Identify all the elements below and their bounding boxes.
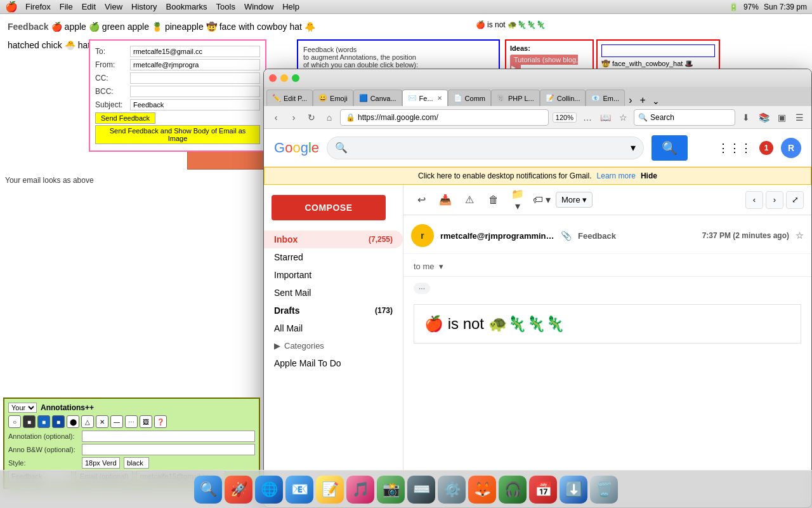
- apps-grid-button[interactable]: ⋮⋮⋮: [717, 141, 752, 155]
- bookmark-button[interactable]: ☆: [616, 110, 630, 124]
- gmail-search-bar[interactable]: 🔍 ▾: [327, 137, 644, 159]
- dock-calendar[interactable]: 📅: [529, 476, 557, 504]
- forward-button[interactable]: ›: [287, 110, 301, 124]
- tabs-more-button[interactable]: ›: [625, 95, 636, 106]
- dock-launchpad[interactable]: 🚀: [225, 476, 252, 504]
- dock-system-prefs[interactable]: ⚙️: [438, 476, 466, 504]
- sidebar-item-all-mail[interactable]: All Mail: [264, 319, 403, 337]
- from-input[interactable]: [130, 59, 260, 70]
- tab-gmail[interactable]: ✉️ Fe... ✕: [402, 90, 448, 106]
- dock-finder[interactable]: 🔍: [194, 476, 222, 504]
- reader-button[interactable]: 📖: [598, 110, 612, 124]
- dock-mail[interactable]: 📧: [285, 476, 313, 504]
- dock-photos[interactable]: 📸: [377, 476, 405, 504]
- menu-view[interactable]: View: [105, 2, 122, 11]
- gmail-search-button[interactable]: 🔍: [652, 135, 688, 161]
- your-dropdown[interactable]: Your: [8, 403, 37, 413]
- address-bar[interactable]: 🔒 https://mail.google.com/: [340, 109, 549, 126]
- dock-downloads[interactable]: ⬇️: [560, 476, 587, 504]
- delete-button[interactable]: 🗑: [483, 190, 504, 210]
- notif-hide-btn[interactable]: Hide: [641, 171, 657, 180]
- tab-php[interactable]: 🐘 PHP L...: [491, 90, 540, 106]
- archive-button[interactable]: 📥: [435, 190, 455, 210]
- back-button[interactable]: ‹: [269, 110, 283, 124]
- dock-trash[interactable]: 🗑️: [590, 476, 618, 504]
- close-button[interactable]: [269, 74, 277, 82]
- user-avatar[interactable]: R: [781, 138, 801, 158]
- categories-section[interactable]: ▶ Categories: [264, 337, 403, 354]
- prev-page-button[interactable]: ‹: [745, 191, 763, 209]
- learn-more-link[interactable]: Learn more: [597, 171, 636, 180]
- menu-help[interactable]: Help: [282, 2, 299, 11]
- expand-dots-button[interactable]: ···: [414, 283, 430, 294]
- anno-btn-6[interactable]: △: [81, 415, 94, 428]
- notification-badge[interactable]: 1: [759, 141, 773, 155]
- color-input[interactable]: [124, 457, 149, 469]
- dock-notes[interactable]: 📝: [316, 476, 344, 504]
- anno-btn-5[interactable]: ⬤: [67, 415, 79, 428]
- new-tab-button[interactable]: +: [636, 95, 649, 106]
- tab-edit[interactable]: ✏️ Edit P...: [266, 90, 313, 106]
- annotation-optional-input[interactable]: [82, 431, 255, 442]
- menu-tools[interactable]: Tools: [216, 2, 235, 11]
- more-options-button[interactable]: …: [580, 110, 594, 124]
- tabs-list-button[interactable]: ⌄: [650, 96, 662, 106]
- download-button[interactable]: ⬇: [739, 110, 753, 124]
- tab-canva[interactable]: 🟦 Canva...: [353, 90, 402, 106]
- emoji-text-field[interactable]: [604, 47, 702, 55]
- move-to-button[interactable]: 📁 ▾: [508, 190, 528, 210]
- anno-btn-10[interactable]: ❓: [154, 415, 167, 428]
- sidebar-item-important[interactable]: Important: [264, 266, 403, 284]
- apple-menu[interactable]: 🍎: [5, 1, 18, 13]
- bcc-input[interactable]: [130, 86, 260, 97]
- send-feedback-button[interactable]: Send Feedback: [95, 112, 155, 124]
- anno-btn-4[interactable]: ■: [52, 415, 65, 428]
- tab-gmail-close[interactable]: ✕: [437, 95, 442, 102]
- anno-bw-input[interactable]: [82, 444, 255, 455]
- spam-button[interactable]: ⚠: [459, 190, 480, 210]
- anno-btn-8[interactable]: —: [110, 415, 123, 428]
- library-button[interactable]: 📚: [757, 110, 771, 124]
- to-input[interactable]: [130, 46, 260, 57]
- tab-em[interactable]: 📧 Em...: [586, 90, 625, 106]
- anno-btn-1[interactable]: ○: [8, 415, 21, 428]
- tab-emoji[interactable]: 😀 Emoji: [313, 90, 353, 106]
- menu-edit[interactable]: Edit: [82, 2, 96, 11]
- anno-btn-3[interactable]: ■: [37, 415, 50, 428]
- tab-collin[interactable]: 📝 Collin...: [540, 90, 586, 106]
- send-feedback-show-button[interactable]: Send Feedback and Show Body of Email as …: [95, 125, 260, 144]
- settings-button[interactable]: ☰: [792, 110, 806, 124]
- menu-file[interactable]: File: [60, 2, 73, 11]
- sidebar-item-starred[interactable]: Starred: [264, 248, 403, 266]
- dock-spotify[interactable]: 🎧: [499, 476, 527, 504]
- dock-music[interactable]: 🎵: [346, 476, 374, 504]
- more-button[interactable]: More ▾: [556, 192, 593, 208]
- star-icon[interactable]: ☆: [796, 231, 804, 241]
- sidebar-item-apple-mail[interactable]: Apple Mail To Do: [264, 354, 403, 372]
- anno-btn-9[interactable]: ⋯: [125, 415, 138, 428]
- gmail-search-dropdown[interactable]: ▾: [631, 142, 636, 154]
- menu-history[interactable]: History: [131, 2, 157, 11]
- minimize-button[interactable]: [280, 74, 288, 82]
- anno-btn-img[interactable]: 🖼: [140, 415, 152, 428]
- dock-safari[interactable]: 🌐: [255, 476, 283, 504]
- next-page-button[interactable]: ›: [766, 191, 783, 209]
- sidebar-item-drafts[interactable]: Drafts (173): [264, 302, 403, 319]
- home-button[interactable]: ⌂: [322, 110, 336, 124]
- cc-input[interactable]: [130, 72, 260, 84]
- menu-bookmarks[interactable]: Bookmarks: [166, 2, 207, 11]
- labels-button[interactable]: 🏷 ▾: [532, 190, 552, 210]
- maximize-button[interactable]: [292, 74, 299, 82]
- menu-window[interactable]: Window: [244, 2, 273, 11]
- reply-button[interactable]: ↩: [411, 190, 431, 210]
- style-input[interactable]: [82, 457, 120, 469]
- anno-btn-7[interactable]: ✕: [96, 415, 108, 428]
- dock-firefox[interactable]: 🦊: [468, 476, 496, 504]
- tab-comm[interactable]: 📄 Comm: [448, 90, 491, 106]
- compose-button[interactable]: COMPOSE: [272, 195, 386, 220]
- dock-terminal[interactable]: ⌨️: [407, 476, 435, 504]
- menu-firefox[interactable]: Firefox: [25, 2, 51, 11]
- subject-input[interactable]: [130, 99, 260, 110]
- expand-button[interactable]: ⤢: [786, 191, 804, 209]
- reload-button[interactable]: ↻: [304, 110, 318, 124]
